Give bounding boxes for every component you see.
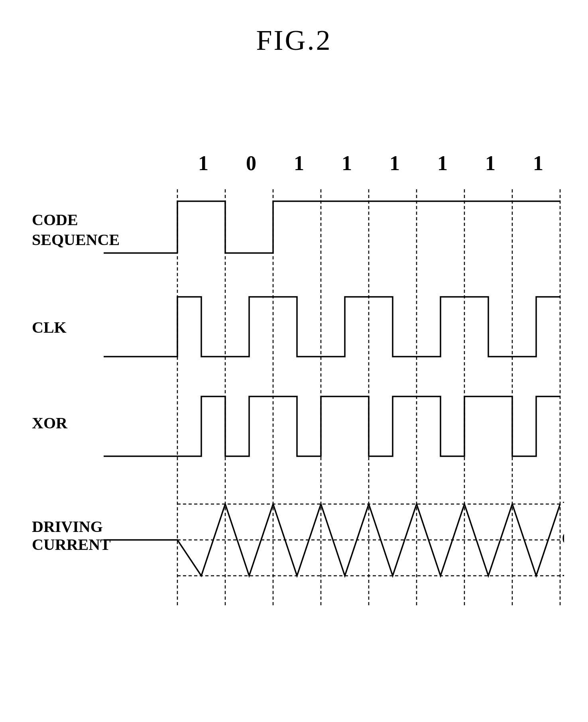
bit-7: 1 <box>514 151 562 175</box>
bit-4: 1 <box>371 151 419 175</box>
xor-label: XOR <box>32 414 68 432</box>
bit-5: 1 <box>419 151 466 175</box>
diagram-container: 1 0 1 1 1 1 1 1 .wave-line { stroke: #00… <box>24 151 564 689</box>
bit-0: 1 <box>179 151 227 175</box>
driving-current-label2: CURRENT <box>32 536 111 553</box>
code-sequence-label2: SEQUENCE <box>32 231 120 249</box>
bit-6: 1 <box>466 151 514 175</box>
plus-i-label: +I <box>562 494 564 510</box>
waveform-svg: .wave-line { stroke: #000; stroke-width:… <box>24 177 564 675</box>
code-sequence-label1: CODE <box>32 211 78 229</box>
clk-label: CLK <box>32 318 67 336</box>
bit-labels-row: 1 0 1 1 1 1 1 1 <box>179 151 562 175</box>
bit-2: 1 <box>275 151 323 175</box>
minus-i-label: -I <box>562 566 564 582</box>
zero-label: 0 <box>562 530 564 546</box>
bit-1: 0 <box>227 151 275 175</box>
bit-3: 1 <box>323 151 371 175</box>
driving-current-label1: DRIVING <box>32 518 103 536</box>
page-title: FIG.2 <box>0 24 588 57</box>
